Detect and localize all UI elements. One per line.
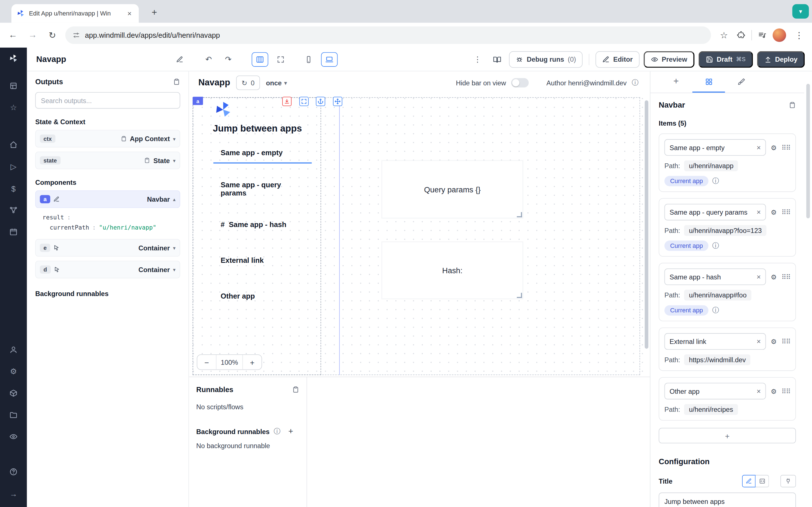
docs-book-icon[interactable] — [490, 52, 505, 66]
badge-info-icon[interactable]: ⓘ — [712, 305, 719, 315]
component-doc-icon[interactable] — [789, 101, 796, 108]
nav-item-same-app-empty[interactable]: Same app - empty — [213, 143, 312, 163]
back-icon[interactable]: ← — [6, 29, 20, 42]
add-item-button[interactable]: + — [659, 428, 796, 443]
static-mode-button[interactable] — [742, 475, 756, 487]
container-e-chevron-icon[interactable]: ▾ — [173, 245, 175, 251]
remove-item-icon[interactable]: × — [757, 337, 761, 346]
result-key[interactable]: result — [43, 214, 64, 221]
item-label-input[interactable]: Same app - hash × — [664, 269, 766, 285]
connect-input-button[interactable] — [780, 475, 796, 487]
rail-settings-icon[interactable]: ⚙ — [7, 365, 20, 378]
component-refresh-tool[interactable] — [282, 97, 292, 106]
deploy-button[interactable]: Deploy — [757, 51, 805, 68]
title-value-input[interactable] — [659, 493, 796, 507]
rail-collapse-icon[interactable]: → — [7, 487, 20, 500]
outputs-search-input[interactable] — [41, 97, 174, 105]
item-label-input[interactable]: External link × — [664, 333, 766, 350]
ctx-row[interactable]: ctx App Context ▾ — [35, 130, 180, 147]
item-label-input[interactable]: Other app × — [664, 383, 766, 399]
component-row-navbar[interactable]: a Navbar ▴ — [35, 190, 180, 208]
debug-runs-button[interactable]: Debug runs (0) — [509, 51, 583, 68]
nav-item-other-app[interactable]: Other app — [213, 286, 312, 306]
more-options-icon[interactable]: ⋮ — [470, 52, 485, 66]
state-row[interactable]: state State ▾ — [35, 152, 180, 169]
badge-info-icon[interactable]: ⓘ — [712, 176, 719, 186]
editor-button[interactable]: Editor — [596, 51, 640, 68]
ctx-chevron-icon[interactable]: ▾ — [173, 136, 175, 142]
redo-button[interactable]: ↷ — [220, 52, 236, 66]
address-bar[interactable]: app.windmill.dev/apps/edit/u/henri/navap… — [65, 26, 711, 44]
item-settings-icon[interactable]: ⚙ — [771, 273, 777, 281]
rail-runs-icon[interactable]: ▷ — [7, 160, 20, 173]
rail-workers-icon[interactable] — [7, 387, 20, 399]
desktop-view-button[interactable] — [321, 52, 338, 66]
eval-mode-button[interactable] — [756, 475, 769, 487]
fullscreen-button[interactable] — [272, 52, 289, 66]
item-path-value[interactable]: u/henri/recipes — [684, 404, 738, 415]
item-settings-icon[interactable]: ⚙ — [771, 387, 777, 395]
canvas[interactable]: a Jump between apps Same app - empty — [189, 94, 650, 377]
rail-help-icon[interactable] — [7, 466, 20, 478]
edit-title-icon[interactable] — [172, 52, 187, 66]
component-anchor-tool[interactable] — [316, 97, 325, 106]
remove-item-icon[interactable]: × — [757, 208, 761, 216]
rail-home-icon[interactable] — [7, 138, 20, 151]
item-label-input[interactable]: Same app - query params × — [664, 204, 766, 221]
component-expand-tool[interactable] — [299, 97, 309, 106]
add-bg-runnable-button[interactable]: + — [285, 425, 297, 438]
tab-component-settings[interactable] — [693, 71, 725, 93]
remove-item-icon[interactable]: × — [757, 273, 761, 281]
rail-folders-icon[interactable] — [7, 409, 20, 421]
component-row-container-e[interactable]: e Container ▾ — [35, 239, 180, 257]
container-d-chevron-icon[interactable]: ▾ — [173, 267, 175, 272]
nav-item-same-app-hash[interactable]: # Same app - hash — [213, 214, 312, 235]
forward-icon[interactable]: → — [26, 29, 40, 42]
remove-item-icon[interactable]: × — [757, 144, 761, 152]
currentpath-key[interactable]: currentPath — [50, 224, 89, 231]
tab-styling[interactable] — [725, 71, 758, 93]
rail-apps-icon[interactable] — [7, 80, 20, 92]
refresh-icon[interactable]: ↻ — [242, 79, 247, 87]
item-drag-handle[interactable]: ⠿⠿ — [781, 144, 790, 152]
item-path-value[interactable]: u/henri/navapp?foo=123 — [684, 225, 766, 236]
nav-item-same-app-query-params[interactable]: Same app - query params — [213, 179, 312, 199]
item-path-value[interactable]: https://windmill.dev — [684, 354, 751, 365]
rail-audit-icon[interactable] — [7, 431, 20, 443]
item-path-value[interactable]: u/henri/navapp#foo — [684, 290, 751, 301]
remove-item-icon[interactable]: × — [757, 387, 761, 395]
preview-button[interactable]: Preview — [644, 51, 695, 68]
rail-favorites-icon[interactable]: ☆ — [7, 101, 20, 114]
item-settings-icon[interactable]: ⚙ — [771, 144, 777, 152]
item-drag-handle[interactable]: ⠿⠿ — [781, 387, 790, 395]
bg-runnables-info-icon[interactable]: ⓘ — [274, 427, 281, 436]
media-controls-icon[interactable] — [758, 31, 766, 39]
item-settings-icon[interactable]: ⚙ — [771, 208, 777, 216]
hash-card[interactable]: Hash: — [382, 242, 523, 299]
refresh-counter[interactable]: ↻ 0 — [236, 75, 260, 90]
right-panel-scrollbar[interactable] — [804, 71, 812, 507]
rail-resources-icon[interactable] — [7, 204, 20, 216]
canvas-scrollbar[interactable] — [645, 100, 649, 349]
zoom-in-button[interactable]: + — [243, 355, 261, 369]
rail-variables-icon[interactable]: $ — [7, 182, 20, 194]
navbar-chevron-icon[interactable]: ▴ — [173, 196, 175, 202]
item-drag-handle[interactable]: ⠿⠿ — [781, 273, 790, 281]
item-drag-handle[interactable]: ⠿⠿ — [781, 337, 790, 345]
zoom-out-button[interactable]: − — [197, 355, 216, 369]
nav-item-external-link[interactable]: External link — [213, 250, 312, 270]
browser-tab[interactable]: Edit App u/henri/navapp | Win × — [11, 4, 139, 23]
rail-users-icon[interactable] — [7, 344, 20, 356]
draft-button[interactable]: Draft ⌘S — [699, 51, 753, 68]
bookmark-icon[interactable]: ☆ — [717, 29, 731, 42]
rename-pencil-icon[interactable] — [53, 196, 59, 202]
browser-menu-icon[interactable]: ⋮ — [792, 29, 806, 42]
component-row-container-d[interactable]: d Container ▾ — [35, 261, 180, 278]
mobile-view-button[interactable] — [300, 52, 317, 66]
runnables-doc-icon[interactable] — [292, 386, 299, 393]
author-info-icon[interactable]: ⓘ — [632, 78, 639, 87]
outputs-search[interactable] — [35, 92, 180, 109]
new-tab-button[interactable]: + — [147, 5, 161, 19]
outputs-doc-icon[interactable] — [173, 78, 180, 86]
profile-avatar[interactable] — [772, 29, 786, 42]
